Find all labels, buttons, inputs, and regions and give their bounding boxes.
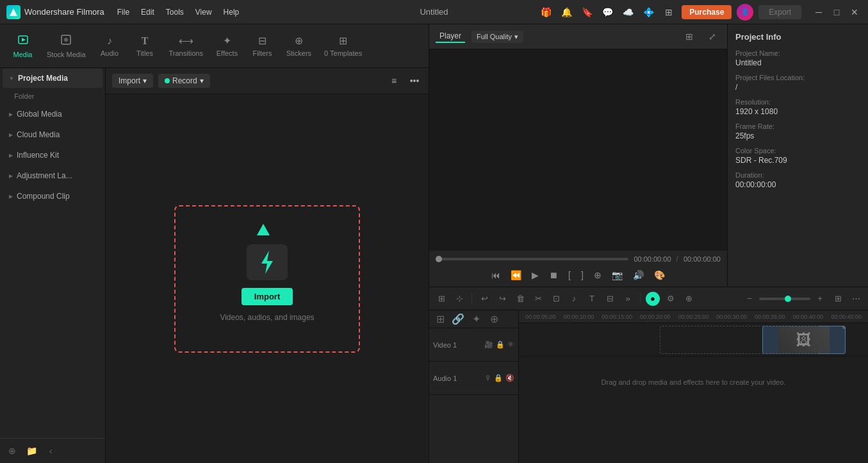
window-controls: ─ □ ✕ bbox=[812, 5, 862, 19]
close-button[interactable]: ✕ bbox=[848, 5, 862, 19]
logo-icon bbox=[6, 5, 20, 19]
text-button[interactable]: T bbox=[585, 292, 599, 306]
timeline-magnet-button[interactable]: ⊹ bbox=[452, 292, 466, 306]
menu-edit[interactable]: Edit bbox=[141, 8, 154, 17]
grid-layout-button[interactable]: ⊞ bbox=[831, 292, 845, 306]
redo-button[interactable]: ↪ bbox=[495, 292, 509, 306]
video-camera-icon[interactable]: 🎥 bbox=[484, 341, 493, 349]
toolbar-divider-2 bbox=[640, 293, 641, 305]
settings-button[interactable]: ⋯ bbox=[849, 292, 863, 306]
quality-select[interactable]: Full Quality ▾ bbox=[471, 31, 523, 43]
sidebar-item-project-media[interactable]: ▼ Project Media bbox=[3, 69, 102, 88]
tab-transitions[interactable]: ⟷ Transitions bbox=[163, 31, 209, 61]
fullscreen-icon[interactable]: ⤢ bbox=[704, 28, 721, 45]
adjust-button[interactable]: ⊕ bbox=[682, 292, 696, 306]
stop-button[interactable]: ⏹ bbox=[546, 267, 561, 283]
step-back-button[interactable]: ⏪ bbox=[508, 267, 524, 283]
audio-mic-icon[interactable]: 🎙 bbox=[484, 374, 491, 382]
play-button[interactable]: ▶ bbox=[529, 267, 541, 283]
zoom-out-button[interactable]: − bbox=[742, 292, 757, 306]
minimize-button[interactable]: ─ bbox=[812, 5, 826, 19]
clip-handle[interactable] bbox=[842, 326, 846, 329]
tab-effects[interactable]: ✦ Effects bbox=[209, 31, 245, 61]
snapshot-button[interactable]: 📷 bbox=[609, 267, 625, 283]
audio-button[interactable]: 🔊 bbox=[630, 267, 646, 283]
gift-icon[interactable]: 🎁 bbox=[538, 4, 553, 20]
tab-player[interactable]: Player bbox=[436, 30, 465, 43]
split-view-button[interactable]: ⊞ bbox=[681, 28, 698, 45]
audio-detach-button[interactable]: ♪ bbox=[567, 292, 581, 306]
add-link-track-button[interactable]: 🔗 bbox=[451, 312, 465, 326]
tab-media-label: Media bbox=[13, 51, 33, 58]
collapse-sidebar-button[interactable]: ‹ bbox=[44, 444, 58, 458]
menu-tools[interactable]: Tools bbox=[166, 8, 184, 17]
menu-view[interactable]: View bbox=[195, 8, 212, 17]
more-options-icon[interactable]: ••• bbox=[407, 73, 422, 88]
window-title: Untitled bbox=[420, 7, 448, 17]
folder-button[interactable]: 📁 bbox=[24, 444, 38, 458]
sidebar-item-global-media[interactable]: ▶ Global Media bbox=[3, 105, 102, 124]
timeline-split-view-button[interactable]: ⊞ bbox=[434, 292, 448, 306]
import-button[interactable]: Import ▾ bbox=[112, 74, 153, 88]
tab-stock-media[interactable]: Stock Media bbox=[40, 30, 92, 62]
mark-in-button[interactable]: [ bbox=[566, 267, 573, 283]
maximize-button[interactable]: □ bbox=[830, 5, 844, 19]
video-eye-icon[interactable]: 👁 bbox=[507, 341, 514, 349]
crop-button[interactable]: ⊡ bbox=[549, 292, 563, 306]
record-timeline-button[interactable]: ● bbox=[646, 292, 660, 306]
mask-button[interactable]: ⊟ bbox=[603, 292, 617, 306]
sidebar-item-folder[interactable]: Folder bbox=[0, 88, 105, 104]
audio-mute-icon[interactable]: 🔇 bbox=[505, 374, 514, 382]
go-to-start-button[interactable]: ⏮ bbox=[489, 267, 503, 283]
audio-lock-icon[interactable]: 🔒 bbox=[494, 374, 503, 382]
tab-media[interactable]: Media bbox=[5, 30, 40, 62]
add-sticker-track-button[interactable]: ⊕ bbox=[487, 312, 501, 326]
discord-icon[interactable]: 💠 bbox=[641, 4, 656, 20]
progress-handle[interactable] bbox=[436, 256, 442, 262]
add-ai-track-button[interactable]: ✦ bbox=[469, 312, 483, 326]
sidebar-item-cloud-media[interactable]: ▶ Cloud Media bbox=[3, 125, 102, 144]
color-settings-button[interactable]: 🎨 bbox=[651, 267, 667, 283]
filter-icon[interactable]: ≡ bbox=[386, 73, 402, 88]
media-panel: ▼ Project Media Folder ▶ Global Media ▶ … bbox=[0, 68, 429, 463]
menu-help[interactable]: Help bbox=[224, 8, 240, 17]
record-button[interactable]: Record ▾ bbox=[158, 74, 210, 88]
sidebar-item-influence-kit[interactable]: ▶ Influence Kit bbox=[3, 146, 102, 165]
timeline-ruler-tracks: 00:00:05:00 00:00:10:00 00:00:15:00 00:0… bbox=[519, 310, 868, 463]
tab-stickers[interactable]: ⊕ Stickers bbox=[280, 31, 318, 61]
ruler-mark-5: 00:00:30:00 bbox=[716, 314, 747, 320]
zoom-in-button[interactable]: + bbox=[813, 292, 827, 306]
ruler-mark-0: 00:00:05:00 bbox=[525, 314, 556, 320]
add-to-timeline-button[interactable]: ⊕ bbox=[591, 267, 604, 283]
bookmark-icon[interactable]: 🔖 bbox=[579, 4, 594, 20]
more-effects-button[interactable]: » bbox=[621, 292, 635, 306]
export-button[interactable]: Export bbox=[758, 5, 801, 19]
undo-button[interactable]: ↩ bbox=[477, 292, 491, 306]
video-lock-icon[interactable]: 🔒 bbox=[496, 341, 505, 349]
tab-titles[interactable]: T Titles bbox=[127, 31, 163, 61]
cut-button[interactable]: ✂ bbox=[531, 292, 545, 306]
menu-file[interactable]: File bbox=[117, 8, 129, 17]
purchase-button[interactable]: Purchase bbox=[682, 5, 732, 19]
player-toolbar: Player Full Quality ▾ ⊞ ⤢ bbox=[429, 24, 727, 49]
tab-templates[interactable]: ⊞ 0 Templates bbox=[318, 31, 368, 61]
delete-button[interactable]: 🗑 bbox=[513, 292, 527, 306]
sidebar-item-compound-clip[interactable]: ▶ Compound Clip bbox=[3, 187, 102, 206]
chat-icon[interactable]: 💬 bbox=[600, 4, 615, 20]
tab-audio[interactable]: ♪ Audio bbox=[92, 31, 127, 61]
progress-bar[interactable] bbox=[436, 258, 628, 260]
tab-stock-media-label: Stock Media bbox=[47, 51, 86, 58]
ai-button[interactable]: ⚙ bbox=[664, 292, 678, 306]
tab-filters[interactable]: ⊟ Filters bbox=[245, 31, 280, 61]
add-folder-button[interactable]: ⊕ bbox=[5, 444, 19, 458]
sidebar-item-adjustment-layer[interactable]: ▶ Adjustment La... bbox=[3, 166, 102, 185]
cloud-icon[interactable]: ☁️ bbox=[620, 4, 635, 20]
bell-icon[interactable]: 🔔 bbox=[559, 4, 574, 20]
dropzone-import-button[interactable]: Import bbox=[242, 288, 293, 305]
add-video-track-button[interactable]: ⊞ bbox=[433, 312, 447, 326]
user-avatar[interactable]: 👤 bbox=[737, 4, 753, 21]
mark-out-button[interactable]: ] bbox=[578, 267, 586, 283]
sidebar-item-project-media-label: Project Media bbox=[18, 74, 68, 83]
zoom-slider[interactable] bbox=[759, 298, 810, 300]
grid-icon[interactable]: ⊞ bbox=[661, 4, 676, 20]
